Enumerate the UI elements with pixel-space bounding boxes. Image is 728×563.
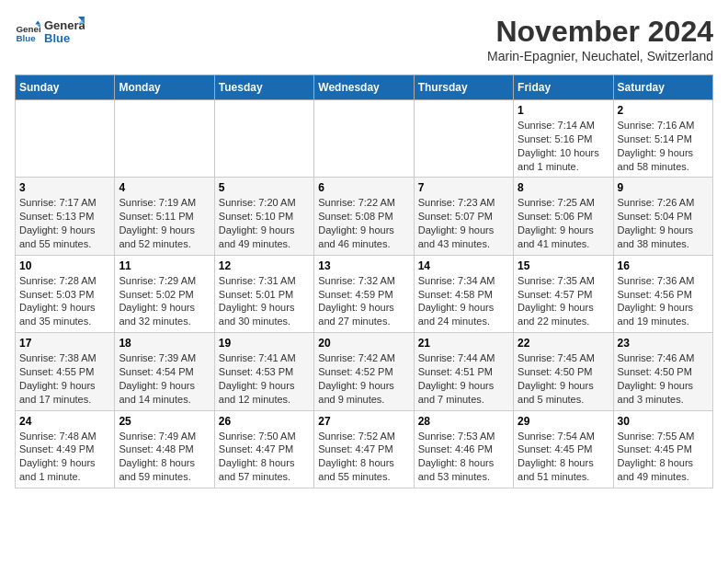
calendar-week-row: 24Sunrise: 7:48 AM Sunset: 4:49 PM Dayli… (16, 410, 713, 488)
calendar-cell: 16Sunrise: 7:36 AM Sunset: 4:56 PM Dayli… (613, 255, 712, 332)
day-info: Sunrise: 7:44 AM Sunset: 4:51 PM Dayligh… (418, 351, 509, 406)
logo-icon: General Blue (15, 19, 40, 45)
day-number: 29 (518, 415, 609, 428)
day-number: 25 (119, 415, 210, 428)
day-number: 5 (219, 181, 310, 194)
day-info: Sunrise: 7:50 AM Sunset: 4:47 PM Dayligh… (219, 430, 310, 484)
day-number: 12 (219, 259, 310, 272)
calendar-cell: 13Sunrise: 7:32 AM Sunset: 4:59 PM Dayli… (314, 255, 414, 332)
day-info: Sunrise: 7:41 AM Sunset: 4:53 PM Dayligh… (219, 351, 310, 406)
calendar-cell (16, 100, 115, 178)
day-info: Sunrise: 7:46 AM Sunset: 4:50 PM Dayligh… (618, 351, 709, 406)
svg-text:Blue: Blue (44, 31, 70, 45)
calendar-cell: 19Sunrise: 7:41 AM Sunset: 4:53 PM Dayli… (214, 333, 313, 410)
day-info: Sunrise: 7:16 AM Sunset: 5:14 PM Dayligh… (618, 119, 709, 173)
day-info: Sunrise: 7:39 AM Sunset: 4:54 PM Dayligh… (119, 351, 210, 406)
day-of-week-header: Saturday (613, 75, 712, 100)
calendar-cell: 4Sunrise: 7:19 AM Sunset: 5:11 PM Daylig… (115, 178, 214, 255)
day-number: 8 (518, 181, 609, 194)
calendar-cell: 24Sunrise: 7:48 AM Sunset: 4:49 PM Dayli… (16, 410, 115, 488)
day-info: Sunrise: 7:32 AM Sunset: 4:59 PM Dayligh… (318, 274, 409, 328)
calendar-cell: 11Sunrise: 7:29 AM Sunset: 5:02 PM Dayli… (115, 255, 214, 332)
logo-svg: General Blue (44, 15, 85, 50)
day-number: 7 (418, 181, 509, 194)
day-of-week-header: Tuesday (214, 75, 313, 100)
calendar-cell: 22Sunrise: 7:45 AM Sunset: 4:50 PM Dayli… (514, 333, 613, 410)
calendar-week-row: 17Sunrise: 7:38 AM Sunset: 4:55 PM Dayli… (16, 333, 713, 410)
day-info: Sunrise: 7:48 AM Sunset: 4:49 PM Dayligh… (19, 430, 110, 484)
svg-text:Blue: Blue (16, 33, 36, 43)
calendar-cell: 10Sunrise: 7:28 AM Sunset: 5:03 PM Dayli… (16, 255, 115, 332)
day-number: 18 (119, 337, 210, 350)
day-info: Sunrise: 7:55 AM Sunset: 4:45 PM Dayligh… (618, 430, 709, 484)
day-info: Sunrise: 7:45 AM Sunset: 4:50 PM Dayligh… (518, 351, 609, 406)
day-info: Sunrise: 7:35 AM Sunset: 4:57 PM Dayligh… (518, 274, 609, 328)
calendar-cell: 21Sunrise: 7:44 AM Sunset: 4:51 PM Dayli… (414, 333, 513, 410)
calendar-week-row: 3Sunrise: 7:17 AM Sunset: 5:13 PM Daylig… (16, 178, 713, 255)
month-title: November 2024 (487, 15, 713, 49)
day-info: Sunrise: 7:29 AM Sunset: 5:02 PM Dayligh… (119, 274, 210, 328)
day-info: Sunrise: 7:17 AM Sunset: 5:13 PM Dayligh… (19, 196, 110, 250)
page-header: General Blue General Blue November 2024 … (15, 15, 713, 63)
calendar-header-row: SundayMondayTuesdayWednesdayThursdayFrid… (16, 75, 713, 100)
day-info: Sunrise: 7:52 AM Sunset: 4:47 PM Dayligh… (318, 430, 409, 484)
day-info: Sunrise: 7:14 AM Sunset: 5:16 PM Dayligh… (518, 119, 609, 173)
day-number: 28 (418, 415, 509, 428)
day-number: 19 (219, 337, 310, 350)
calendar-cell: 2Sunrise: 7:16 AM Sunset: 5:14 PM Daylig… (613, 100, 712, 178)
day-number: 23 (618, 337, 709, 350)
day-number: 4 (119, 181, 210, 194)
day-info: Sunrise: 7:42 AM Sunset: 4:52 PM Dayligh… (318, 351, 409, 406)
day-number: 14 (418, 259, 509, 272)
calendar-cell: 6Sunrise: 7:22 AM Sunset: 5:08 PM Daylig… (314, 178, 414, 255)
day-number: 17 (19, 337, 110, 350)
day-info: Sunrise: 7:54 AM Sunset: 4:45 PM Dayligh… (518, 430, 609, 484)
day-number: 9 (618, 181, 709, 194)
day-number: 21 (418, 337, 509, 350)
calendar-cell: 23Sunrise: 7:46 AM Sunset: 4:50 PM Dayli… (613, 333, 712, 410)
day-info: Sunrise: 7:26 AM Sunset: 5:04 PM Dayligh… (618, 196, 709, 250)
calendar-cell: 1Sunrise: 7:14 AM Sunset: 5:16 PM Daylig… (514, 100, 613, 178)
day-of-week-header: Monday (115, 75, 214, 100)
day-number: 27 (318, 415, 409, 428)
day-number: 11 (119, 259, 210, 272)
logo: General Blue General Blue (15, 15, 85, 50)
day-info: Sunrise: 7:25 AM Sunset: 5:06 PM Dayligh… (518, 196, 609, 250)
calendar-cell (314, 100, 414, 178)
day-number: 30 (618, 415, 709, 428)
day-number: 16 (618, 259, 709, 272)
calendar-cell: 5Sunrise: 7:20 AM Sunset: 5:10 PM Daylig… (214, 178, 313, 255)
calendar-cell: 30Sunrise: 7:55 AM Sunset: 4:45 PM Dayli… (613, 410, 712, 488)
day-number: 2 (618, 104, 709, 117)
day-number: 15 (518, 259, 609, 272)
day-info: Sunrise: 7:20 AM Sunset: 5:10 PM Dayligh… (219, 196, 310, 250)
day-info: Sunrise: 7:28 AM Sunset: 5:03 PM Dayligh… (19, 274, 110, 328)
calendar-cell: 17Sunrise: 7:38 AM Sunset: 4:55 PM Dayli… (16, 333, 115, 410)
day-number: 20 (318, 337, 409, 350)
calendar-week-row: 10Sunrise: 7:28 AM Sunset: 5:03 PM Dayli… (16, 255, 713, 332)
day-info: Sunrise: 7:38 AM Sunset: 4:55 PM Dayligh… (19, 351, 110, 406)
calendar-cell: 14Sunrise: 7:34 AM Sunset: 4:58 PM Dayli… (414, 255, 513, 332)
calendar-cell: 28Sunrise: 7:53 AM Sunset: 4:46 PM Dayli… (414, 410, 513, 488)
title-area: November 2024 Marin-Epagnier, Neuchatel,… (487, 15, 713, 63)
day-info: Sunrise: 7:31 AM Sunset: 5:01 PM Dayligh… (219, 274, 310, 328)
day-number: 22 (518, 337, 609, 350)
calendar-cell (414, 100, 513, 178)
day-info: Sunrise: 7:53 AM Sunset: 4:46 PM Dayligh… (418, 430, 509, 484)
day-info: Sunrise: 7:34 AM Sunset: 4:58 PM Dayligh… (418, 274, 509, 328)
day-number: 24 (19, 415, 110, 428)
day-of-week-header: Thursday (414, 75, 513, 100)
day-info: Sunrise: 7:49 AM Sunset: 4:48 PM Dayligh… (119, 430, 210, 484)
day-info: Sunrise: 7:23 AM Sunset: 5:07 PM Dayligh… (418, 196, 509, 250)
calendar-cell: 8Sunrise: 7:25 AM Sunset: 5:06 PM Daylig… (514, 178, 613, 255)
calendar-cell: 7Sunrise: 7:23 AM Sunset: 5:07 PM Daylig… (414, 178, 513, 255)
day-of-week-header: Friday (514, 75, 613, 100)
day-info: Sunrise: 7:36 AM Sunset: 4:56 PM Dayligh… (618, 274, 709, 328)
calendar-cell: 3Sunrise: 7:17 AM Sunset: 5:13 PM Daylig… (16, 178, 115, 255)
calendar-cell: 20Sunrise: 7:42 AM Sunset: 4:52 PM Dayli… (314, 333, 414, 410)
calendar-cell: 15Sunrise: 7:35 AM Sunset: 4:57 PM Dayli… (514, 255, 613, 332)
day-info: Sunrise: 7:22 AM Sunset: 5:08 PM Dayligh… (318, 196, 409, 250)
calendar-cell (115, 100, 214, 178)
calendar-cell: 29Sunrise: 7:54 AM Sunset: 4:45 PM Dayli… (514, 410, 613, 488)
day-number: 1 (518, 104, 609, 117)
